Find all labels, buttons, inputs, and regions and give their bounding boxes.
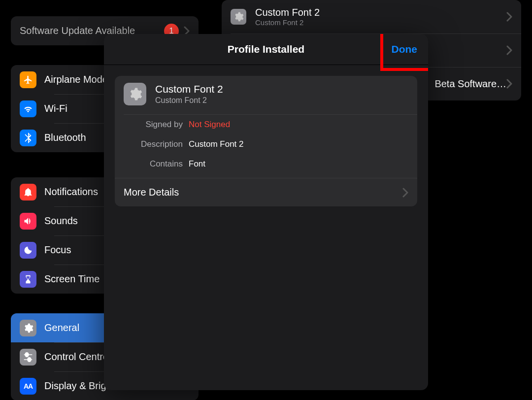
gear-icon <box>20 320 36 336</box>
gear-icon <box>231 9 246 25</box>
field-value: Not Signed <box>189 120 230 130</box>
profile-subtitle: Custom Font 2 <box>155 96 223 105</box>
sidebar-item-label: Sounds <box>44 215 78 227</box>
chevron-right-icon <box>402 188 408 198</box>
field-description: Description Custom Font 2 <box>115 134 417 154</box>
field-label: Description <box>115 139 189 149</box>
more-details-row[interactable]: More Details <box>115 178 417 206</box>
chevron-right-icon <box>506 12 512 22</box>
sidebar-item-label: Screen Time <box>44 273 100 285</box>
hourglass-icon <box>20 271 36 288</box>
field-value: Custom Font 2 <box>189 139 244 149</box>
chevron-right-icon <box>506 45 512 55</box>
profile-row[interactable]: Custom Font 2 Custom Font 2 <box>222 0 521 33</box>
field-value: Font <box>189 159 205 169</box>
field-contains: Contains Font <box>115 154 417 178</box>
profile-row-subtitle: Custom Font 2 <box>255 18 506 27</box>
speaker-icon <box>20 213 36 230</box>
sheet-header: Profile Installed Done <box>104 34 428 65</box>
sidebar-item-label: Control Centre <box>44 351 108 363</box>
profile-card: Custom Font 2 Custom Font 2 Signed by No… <box>115 76 417 206</box>
profile-row-title: Custom Font 2 <box>255 7 506 18</box>
switches-icon <box>20 349 36 366</box>
sidebar-item-label: Bluetooth <box>44 132 86 143</box>
gear-icon <box>124 83 146 105</box>
chevron-right-icon <box>506 79 512 89</box>
field-label: Signed by <box>115 120 189 130</box>
sidebar-item-label: Notifications <box>44 186 98 198</box>
aa-icon: AA <box>20 378 36 395</box>
sidebar-item-label: General <box>44 322 79 333</box>
airplane-icon <box>20 71 36 88</box>
bell-icon <box>20 184 36 200</box>
sidebar-item-label: Airplane Mode <box>44 74 108 85</box>
profile-title: Custom Font 2 <box>155 83 223 95</box>
sidebar-item-label: Focus <box>44 244 71 256</box>
sheet-title: Profile Installed <box>228 43 304 55</box>
done-button[interactable]: Done <box>391 40 419 58</box>
more-details-label: More Details <box>124 187 179 198</box>
field-signed-by: Signed by Not Signed <box>115 115 417 134</box>
bluetooth-icon <box>20 130 36 146</box>
profile-installed-sheet: Profile Installed Done Custom Font 2 Cus… <box>104 34 428 390</box>
moon-icon <box>20 242 36 259</box>
field-label: Contains <box>115 159 189 169</box>
wifi-icon <box>20 100 36 117</box>
sidebar-item-label: Wi-Fi <box>44 103 67 114</box>
